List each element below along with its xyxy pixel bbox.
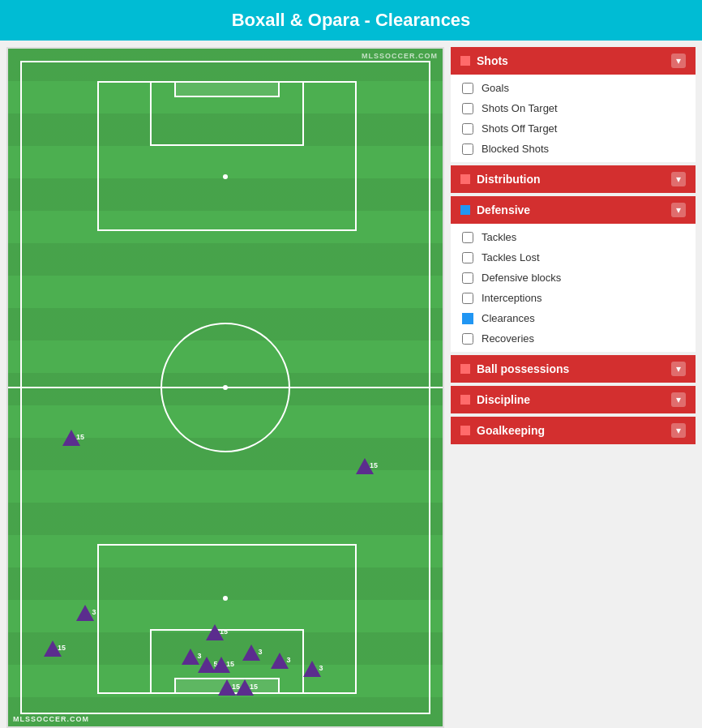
item-label: Interceptions xyxy=(482,292,541,304)
section-body-shots: GoalsShots On TargetShots Off TargetBloc… xyxy=(451,75,696,162)
item-label: Goals xyxy=(482,82,509,94)
list-item: Tackles Lost xyxy=(451,247,696,268)
item-label: Clearances xyxy=(482,312,535,324)
center-spot xyxy=(223,385,228,390)
red-square-icon xyxy=(460,56,470,66)
soccer-field: MLSSOCCER.COM MLSSOCCER.COM 151531515351… xyxy=(6,47,444,728)
top-penalty-spot xyxy=(223,174,228,179)
list-item: Clearances xyxy=(451,308,696,328)
checkbox-blocked-shots[interactable] xyxy=(462,143,473,155)
top-penalty-box xyxy=(97,81,357,231)
section-label-discipline: Discipline xyxy=(477,393,530,406)
red-square-icon xyxy=(460,364,470,374)
item-label: Blocked Shots xyxy=(482,143,549,155)
list-item: Defensive blocks xyxy=(451,268,696,288)
checkbox-interceptions[interactable] xyxy=(462,293,473,304)
page-title: Boxall & Opara - Clearances xyxy=(232,10,471,30)
sidebar-sections: Shots▾GoalsShots On TargetShots Off Targ… xyxy=(451,47,696,448)
checkbox-shots-off-target[interactable] xyxy=(462,123,473,135)
chevron-down-icon: ▾ xyxy=(671,423,686,438)
sidebar: Shots▾GoalsShots On TargetShots Off Targ… xyxy=(451,47,696,728)
blue-square-icon xyxy=(460,205,470,215)
sidebar-section-distribution: Distribution▾ xyxy=(451,165,696,193)
section-header-ball-possessions[interactable]: Ball possessions▾ xyxy=(451,355,696,383)
red-square-icon xyxy=(460,426,470,435)
chevron-down-icon: ▾ xyxy=(671,172,686,186)
main-content: MLSSOCCER.COM MLSSOCCER.COM 151531515351… xyxy=(0,41,702,728)
item-label: Shots On Target xyxy=(482,102,558,114)
checkbox-goals[interactable] xyxy=(462,83,473,94)
list-item: Tackles xyxy=(451,227,696,247)
section-label-shots: Shots xyxy=(477,54,508,67)
section-label-ball-possessions: Ball possessions xyxy=(477,362,569,375)
chevron-down-icon: ▾ xyxy=(671,392,686,407)
section-header-shots[interactable]: Shots▾ xyxy=(451,47,696,75)
watermark-top: MLSSOCCER.COM xyxy=(362,52,438,60)
checkbox-tackles-lost[interactable] xyxy=(462,252,473,263)
clearances-blue-icon xyxy=(462,313,473,324)
chevron-down-icon: ▾ xyxy=(671,362,686,376)
section-header-discipline[interactable]: Discipline▾ xyxy=(451,386,696,413)
sidebar-section-discipline: Discipline▾ xyxy=(451,386,696,413)
item-label: Tackles Lost xyxy=(482,251,540,263)
list-item: Interceptions xyxy=(451,288,696,308)
item-label: Recoveries xyxy=(482,332,534,345)
sidebar-section-shots: Shots▾GoalsShots On TargetShots Off Targ… xyxy=(451,47,696,162)
item-label: Shots Off Target xyxy=(482,122,557,135)
red-square-icon xyxy=(460,174,470,184)
section-header-defensive[interactable]: Defensive▾ xyxy=(451,196,696,224)
item-label: Tackles xyxy=(482,231,516,243)
checkbox-recoveries[interactable] xyxy=(462,333,473,345)
page-header: Boxall & Opara - Clearances xyxy=(0,0,702,41)
section-label-goalkeeping: Goalkeeping xyxy=(477,424,545,437)
checkbox-defensive-blocks[interactable] xyxy=(462,272,473,284)
section-body-defensive: TacklesTackles LostDefensive blocksInter… xyxy=(451,224,696,352)
red-square-icon xyxy=(460,395,470,405)
sidebar-section-ball-possessions: Ball possessions▾ xyxy=(451,355,696,383)
sidebar-section-defensive: Defensive▾TacklesTackles LostDefensive b… xyxy=(451,196,696,352)
sidebar-section-goalkeeping: Goalkeeping▾ xyxy=(451,417,696,444)
list-item: Shots On Target xyxy=(451,98,696,118)
list-item: Goals xyxy=(451,78,696,98)
section-header-goalkeeping[interactable]: Goalkeeping▾ xyxy=(451,417,696,444)
item-label: Defensive blocks xyxy=(482,272,561,284)
checkbox-tackles[interactable] xyxy=(462,232,473,243)
section-header-distribution[interactable]: Distribution▾ xyxy=(451,165,696,193)
section-label-defensive: Defensive xyxy=(477,203,530,216)
chevron-down-icon: ▾ xyxy=(671,203,686,217)
watermark-bottom: MLSSOCCER.COM xyxy=(13,715,89,723)
list-item: Shots Off Target xyxy=(451,118,696,139)
checkbox-shots-on-target[interactable] xyxy=(462,103,473,114)
section-label-distribution: Distribution xyxy=(477,173,541,186)
list-item: Blocked Shots xyxy=(451,139,696,159)
list-item: Recoveries xyxy=(451,328,696,349)
chevron-down-icon: ▾ xyxy=(671,54,686,68)
bottom-penalty-spot xyxy=(223,596,228,601)
